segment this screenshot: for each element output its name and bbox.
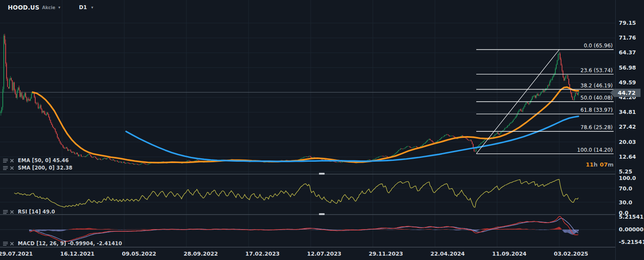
macd-histogram-bar [404,229,405,230]
macd-histogram-bar [357,230,358,230]
chevron-down-icon[interactable]: ▾ [91,5,93,10]
macd-histogram-bar [70,229,70,230]
macd-histogram-bar [318,230,319,230]
macd-histogram-bar [414,230,415,230]
macd-histogram-bar [113,229,114,230]
indicator-legend-macd: MACD [12, 26, 9] -0.99904, -2.41410 [3,240,122,247]
macd-histogram-bar [538,230,539,230]
macd-histogram-bar [121,230,122,230]
macd-histogram-bar [506,229,507,230]
macd-histogram-bar [41,230,42,231]
macd-histogram-bar [233,230,234,230]
macd-histogram-bar [508,229,509,230]
macd-histogram-bar [521,229,522,230]
indicator-settings-icon[interactable] [3,241,8,246]
macd-histogram-bar [434,230,435,230]
indicator-settings-icon[interactable] [3,158,8,163]
macd-histogram-bar [216,230,217,230]
macd-histogram-bar [397,229,398,230]
macd-histogram-bar [58,230,59,231]
macd-histogram-bar [441,230,442,230]
macd-histogram-bar [108,229,109,230]
macd-axis-label: 0.00000 [619,226,644,233]
macd-histogram-bar [193,230,193,230]
time-axis[interactable]: 29.07.202116.12.202109.05.202228.09.2022… [0,247,615,260]
macd-histogram-bar [199,230,199,230]
macd-histogram-bar [221,230,222,230]
macd-histogram-bar [536,230,537,230]
macd-histogram-bar [109,229,110,230]
macd-histogram-bar [476,230,477,231]
macd-histogram-bar [405,229,406,230]
macd-histogram-bar [91,228,92,230]
macd-histogram-bar [428,229,429,230]
macd-histogram-bar [343,230,344,230]
indicator-remove-icon[interactable] [10,241,15,246]
macd-histogram-bar [544,230,544,230]
macd-histogram-bar [376,229,377,230]
macd-histogram-bar [455,230,455,230]
macd-histogram-bar [62,230,63,231]
macd-histogram-bar [126,230,126,230]
macd-histogram-bar [106,229,106,230]
indicator-settings-icon[interactable] [3,210,8,214]
macd-histogram-bar [344,230,345,230]
symbol-name[interactable]: HOOD.US [8,4,40,11]
macd-histogram-bar [505,229,505,230]
indicator-legend-sma: SMA [200, 0] 32.38 [3,165,73,171]
macd-histogram-bar [554,229,555,230]
macd-histogram-bar [399,229,400,230]
indicator-remove-icon[interactable] [10,158,15,163]
macd-histogram-bar [199,230,200,230]
macd-histogram-bar [140,230,141,230]
macd-histogram-bar [104,229,105,230]
macd-histogram-bar [417,230,418,230]
price-axis[interactable]: 79.1571.7664.3756.9849.5942.2034.8127.42… [617,0,644,260]
macd-histogram-bar [412,230,413,230]
macd-histogram-bar [353,230,354,230]
macd-histogram-bar [541,230,541,230]
chevron-down-icon[interactable]: ▾ [58,5,60,10]
macd-histogram-bar [392,230,393,230]
macd-histogram-bar [382,229,383,230]
macd-histogram-bar [63,230,63,231]
macd-histogram-bar [516,229,517,230]
macd-histogram-bar [466,230,467,230]
indicator-remove-icon[interactable] [10,210,15,214]
macd-histogram-bar [567,230,568,233]
macd-histogram-bar [406,229,407,230]
macd-histogram-bar [524,229,524,230]
macd-histogram-bar [120,230,121,230]
macd-histogram-bar [226,230,227,230]
macd-histogram-bar [457,230,458,230]
macd-histogram-bar [40,230,40,231]
macd-histogram-bar [234,230,235,230]
macd-histogram-bar [455,230,456,230]
macd-histogram-bar [142,229,143,230]
macd-histogram-bar [453,230,454,230]
price-chart[interactable]: 0.0 (65.96)23.6 (53.74)38.2 (46.19)50.0 … [0,0,644,260]
macd-histogram-bar [147,230,148,230]
macd-histogram-bar [482,229,483,230]
timeframe-selector[interactable]: D1 ▾ [79,4,93,10]
indicator-settings-icon[interactable] [3,166,8,170]
macd-histogram-bar [578,230,579,231]
macd-histogram-bar [403,229,404,230]
macd-histogram-bar [61,230,62,231]
pane-resize-handle [319,173,325,175]
indicator-remove-icon[interactable] [10,166,15,170]
macd-histogram-bar [419,230,420,230]
indicator-label: RSI [14] 49.0 [18,209,55,215]
macd-histogram-bar [46,230,46,231]
macd-histogram-bar [553,229,554,230]
macd-histogram-bar [505,229,506,230]
fib-level-label: 50.0 (40.08) [581,95,613,101]
time-axis-label: 03.02.2025 [554,250,588,257]
macd-histogram-bar [122,230,123,230]
macd-histogram-bar [78,229,79,230]
macd-histogram-bar [231,230,232,230]
fib-level-label: 23.6 (53.74) [581,67,613,73]
macd-histogram-bar [149,230,149,230]
macd-histogram-bar [444,229,445,230]
macd-histogram-bar [557,227,558,230]
